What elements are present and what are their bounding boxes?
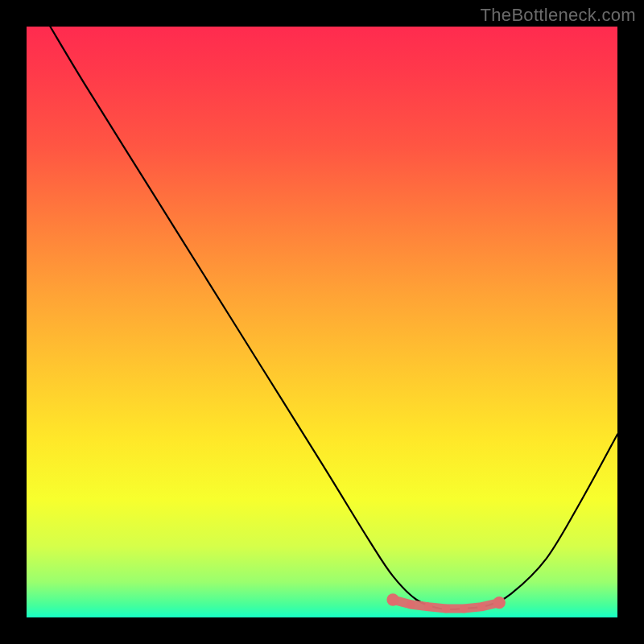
svg-point-3 — [442, 605, 451, 613]
curve-svg — [27, 27, 617, 617]
watermark-text: TheBottleneck.com — [481, 5, 636, 26]
bottleneck-curve — [50, 27, 617, 609]
svg-point-0 — [386, 593, 398, 605]
svg-point-5 — [477, 603, 486, 612]
svg-point-4 — [460, 605, 469, 613]
svg-point-2 — [424, 603, 433, 612]
flat-region-markers — [386, 593, 506, 613]
chart-frame: TheBottleneck.com — [0, 0, 644, 644]
svg-point-6 — [493, 597, 506, 609]
svg-point-1 — [407, 601, 415, 609]
plot-area — [27, 27, 617, 617]
